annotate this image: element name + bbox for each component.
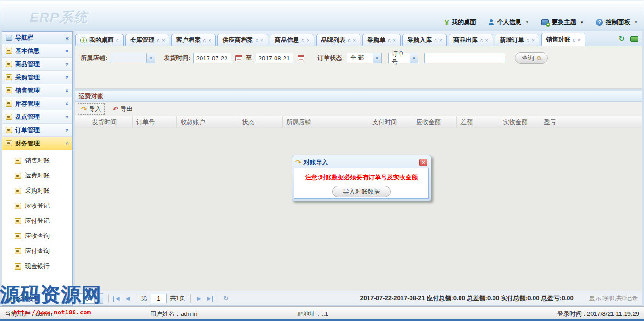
my-desktop-link[interactable]: ¥ 我的桌面 <box>445 18 476 26</box>
tab-refresh-icon[interactable]: c <box>116 37 119 43</box>
date-from-input[interactable] <box>193 53 231 63</box>
column-header-difference[interactable]: 差额 <box>457 116 499 128</box>
tab-close-icon[interactable]: × <box>485 37 488 43</box>
tab-sales-reconciliation[interactable]: 销售对账 c × <box>541 33 585 46</box>
sidebar-item-payable-query[interactable]: 应付查询 <box>2 244 72 259</box>
sidebar-group-order-mgmt[interactable]: 订单管理 » <box>2 124 72 137</box>
tab-refresh-icon[interactable]: c <box>301 37 304 43</box>
folder-icon <box>6 114 12 120</box>
tab-refresh-icon[interactable]: c <box>348 37 351 43</box>
tab-customer-files[interactable]: 客户档案 c × <box>171 34 216 46</box>
column-header-pay-time[interactable]: 支付时间 <box>368 116 412 128</box>
tab-close-icon[interactable]: × <box>162 37 165 43</box>
tab-refresh-icon[interactable]: c <box>255 37 258 43</box>
control-panel-menu[interactable]: ? 控制面板 ▼ <box>596 18 638 26</box>
query-button[interactable]: 查询 <box>515 52 548 64</box>
tab-close-icon[interactable]: × <box>532 37 535 43</box>
tab-close-icon[interactable]: × <box>307 37 309 43</box>
tab-close-icon[interactable]: × <box>393 37 396 43</box>
tab-close-icon[interactable]: × <box>260 37 263 43</box>
page-size-select[interactable]: 10 ▼ <box>79 293 103 304</box>
import-button[interactable]: ↷ 导入 <box>78 103 105 115</box>
column-header-order-no[interactable]: 订单号 <box>133 116 177 128</box>
minimize-icon[interactable] <box>630 36 638 42</box>
sidebar-collapse-icon[interactable]: « <box>66 34 69 42</box>
table-header-row: 发货时间 订单号 收款账户 状态 所属店铺 支付时间 应收金额 差额 实收金额 … <box>75 116 642 128</box>
sidebar-group-product-mgmt[interactable]: 商品管理 » <box>2 58 72 71</box>
column-header-ship-date[interactable]: 发货时间 <box>88 116 133 128</box>
tab-refresh-icon[interactable]: c <box>480 37 483 43</box>
tab-refresh-icon[interactable]: c <box>434 37 437 43</box>
tab-brand-list[interactable]: 品牌列表 c × <box>316 34 360 46</box>
theme-menu[interactable]: 更换主题 ▼ <box>541 18 584 26</box>
shop-select[interactable]: ▼ <box>110 53 155 63</box>
tab-warehouse-mgmt[interactable]: 仓库管理 c × <box>125 34 170 46</box>
import-data-button[interactable]: 导入对账数据 <box>332 186 391 197</box>
panel-title: 运费对账 <box>75 91 642 102</box>
tab-close-icon[interactable]: × <box>439 37 442 43</box>
tab-my-desktop[interactable]: + 我的桌面 c <box>75 34 124 46</box>
tab-refresh-icon[interactable]: c <box>157 37 160 43</box>
reload-icon[interactable]: ↻ <box>223 295 229 302</box>
sidebar-item-freight-reconciliation[interactable]: 运费对账 <box>2 168 72 183</box>
sidebar-item-purchase-reconciliation[interactable]: 采购对账 <box>2 183 72 198</box>
search-field-select[interactable]: 订单号 ▼ <box>388 53 418 63</box>
sidebar-item-payable-register[interactable]: 应付登记 <box>2 213 72 228</box>
dialog-header[interactable]: ↷ 对账导入 × <box>294 157 429 168</box>
column-header-shop[interactable]: 所属店铺 <box>283 116 368 128</box>
date-to-input[interactable] <box>256 53 293 63</box>
tab-product-info[interactable]: 商品信息 c × <box>270 34 314 46</box>
sidebar-group-finance-mgmt[interactable]: 财务管理 » <box>2 137 72 150</box>
chevron-down-icon[interactable]: ▼ <box>410 53 418 63</box>
calendar-icon[interactable] <box>235 55 242 61</box>
order-status-select[interactable]: 全 部 ▼ <box>347 53 382 63</box>
next-page-button[interactable]: ▶ <box>195 296 202 302</box>
sidebar-group-sales-mgmt[interactable]: 销售管理 » <box>2 84 72 97</box>
tab-refresh-icon[interactable]: c <box>527 37 529 43</box>
login-time-label: 登录时间 : 2017/8/21 11:19:29 <box>557 310 639 318</box>
tab-new-order[interactable]: 新增订单 c × <box>495 34 539 46</box>
sidebar-group-basic-info[interactable]: 基本信息 » <box>2 44 72 58</box>
close-icon[interactable]: × <box>419 159 427 166</box>
sidebar-item-sales-reconciliation[interactable]: 销售对账 <box>2 153 72 168</box>
tab-bar: + 我的桌面 c 仓库管理 c × 客户档案 c × 供应商档案 c × 商品信… <box>75 31 642 46</box>
column-header-profit-loss[interactable]: 盈亏 <box>540 116 642 128</box>
bottom-strip <box>0 319 644 321</box>
column-header-receivable-amount[interactable]: 应收金额 <box>412 116 457 128</box>
page-number-input[interactable] <box>151 294 167 303</box>
sidebar-group-inventory-mgmt[interactable]: 库存管理 » <box>2 97 72 110</box>
profile-menu[interactable]: 个人信息 ▼ <box>488 18 529 26</box>
column-header-received-amount[interactable]: 实收金额 <box>499 116 540 128</box>
chevron-down-icon[interactable]: ▼ <box>373 53 381 63</box>
table-body-empty <box>75 128 642 291</box>
refresh-all-icon[interactable]: ↻ <box>619 34 625 43</box>
export-button[interactable]: ↶ 导出 <box>109 103 136 115</box>
sidebar-item-cash-bank[interactable]: 现金银行 <box>2 259 72 274</box>
tab-product-outbound[interactable]: 商品出库 c × <box>449 34 493 46</box>
calendar-icon[interactable] <box>298 55 304 61</box>
column-header-receive-account[interactable]: 收款账户 <box>177 116 238 128</box>
tab-close-icon[interactable]: × <box>353 37 356 43</box>
chevron-down-icon[interactable]: ▼ <box>94 294 103 303</box>
sidebar-group-purchase-mgmt[interactable]: 采购管理 » <box>2 71 72 84</box>
folder-icon <box>6 74 12 80</box>
sidebar-item-receivable-register[interactable]: 应收登记 <box>2 198 72 213</box>
tab-purchase-inbound[interactable]: 采购入库 c × <box>402 34 447 46</box>
report-icon <box>15 158 21 164</box>
sidebar-group-system-settings[interactable]: 系统设置 » <box>2 292 72 305</box>
sidebar-item-receivable-query[interactable]: 应收查询 <box>2 228 72 244</box>
column-header-status[interactable]: 状态 <box>238 116 283 128</box>
tab-refresh-icon[interactable]: c <box>388 37 391 43</box>
prev-page-button[interactable]: ◀ <box>124 296 131 302</box>
tab-refresh-icon[interactable]: c <box>203 37 206 43</box>
sidebar-group-stocktake-mgmt[interactable]: 盘点管理 » <box>2 110 72 124</box>
last-page-button[interactable]: ▶ <box>206 296 213 302</box>
tab-close-icon[interactable]: × <box>208 37 211 43</box>
first-page-button[interactable]: ◀ <box>113 296 121 302</box>
chevron-down-icon[interactable]: ▼ <box>146 53 155 63</box>
tab-refresh-icon[interactable]: c <box>573 37 576 42</box>
search-input[interactable] <box>424 53 505 63</box>
tab-close-icon[interactable]: × <box>577 37 580 42</box>
tab-supplier-files[interactable]: 供应商档案 c × <box>217 34 268 46</box>
tab-purchase-order[interactable]: 采购单 c × <box>362 34 401 46</box>
